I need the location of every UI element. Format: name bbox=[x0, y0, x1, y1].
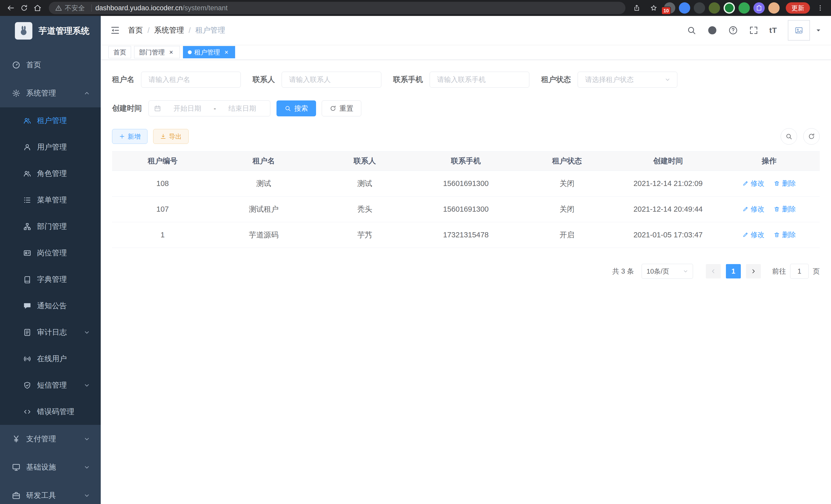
add-button[interactable]: 新增 bbox=[112, 129, 147, 144]
page-size-select[interactable]: 10条/页 bbox=[641, 264, 693, 279]
extension-icon[interactable] bbox=[709, 2, 720, 13]
security-label[interactable]: 不安全 bbox=[65, 4, 85, 12]
sidebar-item-menu[interactable]: 菜单管理 bbox=[0, 187, 101, 213]
col-created: 创建时间 bbox=[618, 152, 718, 171]
sidebar-fold-icon[interactable] bbox=[110, 25, 120, 35]
breadcrumb-separator: / bbox=[189, 26, 191, 35]
tab-tenant[interactable]: 租户管理 × bbox=[183, 46, 235, 58]
navbar-actions: tT bbox=[687, 20, 822, 40]
plus-icon bbox=[119, 133, 125, 140]
goto-page-input[interactable] bbox=[790, 264, 809, 279]
chevron-down-icon bbox=[83, 382, 90, 389]
search-button[interactable]: 搜索 bbox=[277, 100, 316, 116]
cell-tenant-name: 测试租户 bbox=[213, 197, 314, 222]
breadcrumb-home[interactable]: 首页 bbox=[128, 25, 143, 35]
close-icon[interactable]: × bbox=[167, 48, 175, 56]
sidebar-item-label: 岗位管理 bbox=[37, 248, 67, 258]
breadcrumb-current: 租户管理 bbox=[195, 25, 225, 35]
user-avatar[interactable] bbox=[788, 20, 810, 40]
menu-list-icon bbox=[23, 196, 31, 204]
col-actions: 操作 bbox=[719, 152, 820, 171]
browser-actions: 10 更新 bbox=[630, 1, 827, 14]
cell-phone: 15601691300 bbox=[415, 171, 516, 197]
export-button-label: 导出 bbox=[169, 132, 182, 141]
extension-icon[interactable] bbox=[739, 2, 750, 13]
page-unit-label: 页 bbox=[813, 267, 820, 276]
extension-icon[interactable]: 10 bbox=[664, 2, 675, 13]
broadcast-icon bbox=[23, 355, 31, 363]
cell-contact: 芋艿 bbox=[314, 222, 415, 248]
sidebar-item-payment[interactable]: 支付管理 bbox=[0, 425, 101, 453]
sidebar-item-error-code[interactable]: 错误码管理 bbox=[0, 398, 101, 425]
prev-page-button[interactable] bbox=[706, 264, 721, 278]
tab-dept[interactable]: 部门管理 × bbox=[134, 46, 180, 58]
extension-icon[interactable] bbox=[724, 2, 735, 13]
date-range-picker[interactable]: 开始日期 - 结束日期 bbox=[148, 100, 270, 116]
sidebar-logo[interactable]: 芋道管理系统 bbox=[0, 16, 101, 46]
update-button[interactable]: 更新 bbox=[786, 2, 810, 13]
sidebar-item-notice[interactable]: 通知公告 bbox=[0, 293, 101, 319]
reset-button[interactable]: 重置 bbox=[322, 100, 361, 116]
font-size-icon[interactable]: tT bbox=[769, 26, 777, 35]
share-button[interactable] bbox=[630, 1, 643, 14]
sidebar-item-dept[interactable]: 部门管理 bbox=[0, 213, 101, 240]
refresh-table-button[interactable] bbox=[803, 128, 820, 145]
sidebar-item-dev-tools[interactable]: 研发工具 bbox=[0, 481, 101, 504]
tenant-name-input[interactable] bbox=[141, 72, 241, 88]
download-icon bbox=[160, 133, 166, 140]
extension-icon[interactable] bbox=[679, 2, 690, 13]
toggle-search-button[interactable] bbox=[781, 128, 797, 145]
github-icon[interactable] bbox=[707, 25, 717, 35]
profile-avatar[interactable] bbox=[768, 2, 780, 13]
delete-button[interactable]: 删除 bbox=[774, 179, 796, 188]
date-separator: - bbox=[214, 105, 216, 113]
extension-icon[interactable] bbox=[694, 2, 705, 13]
edit-button[interactable]: 修改 bbox=[742, 179, 765, 188]
fullscreen-icon[interactable] bbox=[749, 25, 758, 35]
status-select[interactable]: 请选择租户状态 bbox=[578, 72, 677, 88]
bookmark-star-button[interactable] bbox=[647, 1, 660, 14]
tab-home[interactable]: 首页 bbox=[109, 46, 131, 58]
browser-back-button[interactable] bbox=[4, 1, 18, 14]
cell-tenant-id: 108 bbox=[112, 171, 213, 197]
refresh-icon bbox=[808, 133, 815, 140]
chevron-left-icon bbox=[710, 268, 717, 275]
sidebar-item-infra[interactable]: 基础设施 bbox=[0, 453, 101, 481]
delete-button[interactable]: 删除 bbox=[774, 230, 796, 239]
page-number-1[interactable]: 1 bbox=[726, 264, 741, 278]
phone-input[interactable] bbox=[430, 72, 529, 88]
help-question-icon[interactable] bbox=[728, 25, 738, 35]
delete-button[interactable]: 删除 bbox=[774, 205, 796, 214]
search-icon[interactable] bbox=[687, 25, 696, 35]
edit-button[interactable]: 修改 bbox=[742, 230, 765, 239]
edit-button[interactable]: 修改 bbox=[742, 205, 765, 214]
app-title: 芋道管理系统 bbox=[38, 25, 89, 37]
sidebar-item-online-user[interactable]: 在线用户 bbox=[0, 346, 101, 372]
sidebar-item-dict[interactable]: 字典管理 bbox=[0, 266, 101, 293]
browser-home-button[interactable] bbox=[31, 1, 44, 14]
extensions-puzzle-icon[interactable] bbox=[753, 2, 765, 13]
user-icon bbox=[23, 143, 31, 151]
sidebar-item-audit-log[interactable]: 审计日志 bbox=[0, 319, 101, 346]
sidebar-item-sms[interactable]: 短信管理 bbox=[0, 372, 101, 398]
caret-down-icon[interactable] bbox=[815, 27, 822, 34]
sidebar-item-role[interactable]: 角色管理 bbox=[0, 160, 101, 187]
tenant-name-label: 租户名 bbox=[112, 75, 134, 85]
sidebar-item-user[interactable]: 用户管理 bbox=[0, 134, 101, 160]
edit-pencil-icon bbox=[742, 180, 748, 186]
sidebar-item-tenant[interactable]: 租户管理 bbox=[0, 108, 101, 134]
sidebar-item-label: 首页 bbox=[26, 60, 41, 70]
sidebar-item-post[interactable]: 岗位管理 bbox=[0, 240, 101, 266]
next-page-button[interactable] bbox=[746, 264, 761, 278]
export-button[interactable]: 导出 bbox=[153, 129, 189, 144]
sidebar-item-system[interactable]: 系统管理 bbox=[0, 79, 101, 108]
contact-input[interactable] bbox=[282, 72, 381, 88]
browser-menu-kebab-icon[interactable] bbox=[813, 1, 827, 14]
close-icon[interactable]: × bbox=[223, 48, 230, 56]
browser-reload-button[interactable] bbox=[18, 1, 31, 14]
sidebar-item-label: 字典管理 bbox=[37, 274, 67, 285]
sidebar-item-home[interactable]: 首页 bbox=[0, 51, 101, 79]
address-bar[interactable]: 不安全 dashboard.yudao.iocoder.cn/system/te… bbox=[49, 2, 625, 14]
cell-created: 2021-12-14 21:02:09 bbox=[618, 171, 718, 197]
cell-tenant-name: 芋道源码 bbox=[213, 222, 314, 248]
